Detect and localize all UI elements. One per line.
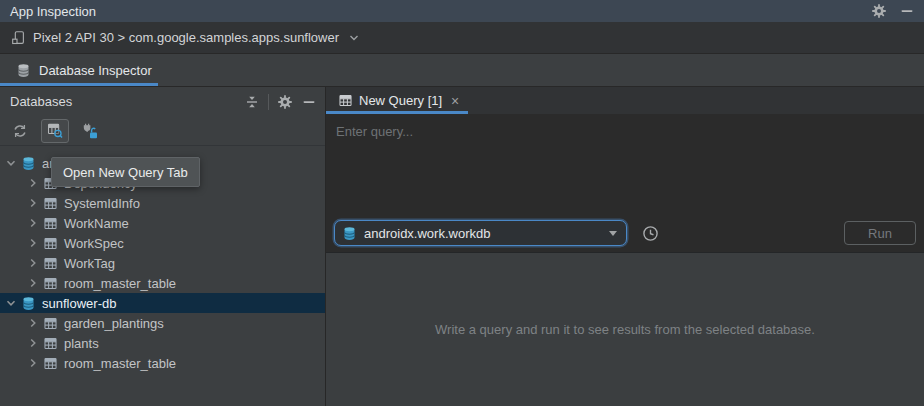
- tree-row-room_master_table[interactable]: room_master_table: [0, 353, 325, 373]
- query-history-button[interactable]: [640, 223, 660, 243]
- new-query-table-search-icon: [47, 123, 63, 139]
- table-icon: [43, 276, 58, 291]
- tree-item-label: WorkName: [64, 216, 129, 231]
- inspector-tabbar: Database Inspector: [0, 54, 924, 87]
- database-icon: [15, 62, 31, 78]
- chevron-down-icon[interactable]: [5, 157, 17, 169]
- tree-item-label: WorkSpec: [64, 236, 124, 251]
- tree-row-WorkTag[interactable]: WorkTag: [0, 253, 325, 273]
- plug-unlock-icon: [82, 123, 98, 139]
- refresh-button[interactable]: [6, 119, 34, 143]
- tree-row-SystemIdInfo[interactable]: SystemIdInfo: [0, 193, 325, 213]
- collapse-all-icon[interactable]: [244, 94, 260, 110]
- query-tabstrip: New Query [1] ×: [326, 87, 924, 114]
- table-icon: [337, 93, 353, 109]
- tab-database-inspector[interactable]: Database Inspector: [0, 54, 158, 86]
- tree-item-label: room_master_table: [64, 356, 176, 371]
- hide-window-icon[interactable]: [899, 3, 915, 19]
- tree-row-room_master_table[interactable]: room_master_table: [0, 273, 325, 293]
- database-icon: [21, 296, 36, 311]
- close-tab-icon[interactable]: ×: [451, 94, 459, 108]
- table-icon: [43, 196, 58, 211]
- chevron-right-icon[interactable]: [27, 197, 39, 209]
- database-selector-value: androidx.work.workdb: [364, 226, 602, 241]
- databases-panel: Databases androidx.work.: [0, 87, 326, 406]
- query-controls-row: androidx.work.workdb Run: [334, 220, 916, 246]
- tab-label: Database Inspector: [39, 63, 152, 78]
- hide-panel-icon[interactable]: [301, 94, 317, 110]
- refresh-icon: [12, 123, 28, 139]
- tree-item-label: room_master_table: [64, 276, 176, 291]
- app-inspection-window: App Inspection Pixel 2 API 30 > com.goog…: [0, 0, 924, 406]
- databases-toolbar: [0, 116, 325, 146]
- tree-item-label: garden_plantings: [64, 316, 164, 331]
- main-area: Databases androidx.work.: [0, 87, 924, 406]
- chevron-right-icon[interactable]: [27, 257, 39, 269]
- titlebar-actions: [871, 3, 915, 19]
- table-icon: [43, 356, 58, 371]
- device-process-label: Pixel 2 API 30 > com.google.samples.apps…: [33, 30, 339, 45]
- chevron-down-icon[interactable]: [346, 30, 362, 46]
- clock-history-icon: [641, 224, 659, 242]
- chevron-right-icon[interactable]: [27, 317, 39, 329]
- databases-panel-title: Databases: [10, 94, 244, 109]
- tree-row-WorkName[interactable]: WorkName: [0, 213, 325, 233]
- tree-item-label: sunflower-db: [42, 296, 116, 311]
- databases-panel-header-actions: [244, 94, 317, 110]
- tooltip: Open New Query Tab: [51, 157, 200, 187]
- tree-row-plants[interactable]: plants: [0, 333, 325, 353]
- chevron-right-icon[interactable]: [27, 337, 39, 349]
- keep-connections-open-toggle[interactable]: [76, 119, 104, 143]
- database-icon: [21, 156, 36, 171]
- vertical-separator: [268, 94, 269, 110]
- query-results-area: Write a query and run it to see results …: [326, 252, 924, 406]
- query-panel: New Query [1] × Enter query... androidx.…: [326, 87, 924, 406]
- database-selector-dropdown[interactable]: androidx.work.workdb: [334, 220, 627, 246]
- table-icon: [43, 336, 58, 351]
- dropdown-arrow-icon: [609, 231, 617, 236]
- tree-row-WorkSpec[interactable]: WorkSpec: [0, 233, 325, 253]
- tab-new-query-1[interactable]: New Query [1] ×: [326, 87, 468, 114]
- panel-options-gear-icon[interactable]: [277, 94, 293, 110]
- tree-row-garden_plantings[interactable]: garden_plantings: [0, 313, 325, 333]
- chevron-right-icon[interactable]: [27, 277, 39, 289]
- chevron-down-icon[interactable]: [5, 297, 17, 309]
- open-new-query-tab-button[interactable]: [41, 119, 69, 143]
- table-icon: [43, 216, 58, 231]
- table-icon: [43, 236, 58, 251]
- table-icon: [43, 256, 58, 271]
- table-icon: [43, 316, 58, 331]
- run-query-button[interactable]: Run: [844, 221, 916, 245]
- query-editor[interactable]: Enter query... androidx.work.workdb Run: [326, 114, 924, 252]
- settings-gear-icon[interactable]: [871, 3, 887, 19]
- device-icon: [10, 30, 26, 46]
- databases-panel-header: Databases: [0, 87, 325, 116]
- chevron-right-icon[interactable]: [27, 217, 39, 229]
- window-title: App Inspection: [10, 4, 871, 19]
- titlebar: App Inspection: [0, 0, 924, 22]
- results-empty-message: Write a query and run it to see results …: [435, 322, 815, 337]
- chevron-right-icon[interactable]: [27, 237, 39, 249]
- tree-item-label: WorkTag: [64, 256, 115, 271]
- chevron-right-icon[interactable]: [27, 177, 39, 189]
- tree-item-label: SystemIdInfo: [64, 196, 140, 211]
- query-tab-label: New Query [1]: [359, 93, 442, 108]
- database-icon: [342, 226, 357, 241]
- device-process-bar[interactable]: Pixel 2 API 30 > com.google.samples.apps…: [0, 22, 924, 54]
- tree-item-label: plants: [64, 336, 99, 351]
- query-editor-placeholder: Enter query...: [336, 124, 413, 139]
- chevron-right-icon[interactable]: [27, 357, 39, 369]
- tree-row-sunflower-db[interactable]: sunflower-db: [0, 293, 325, 313]
